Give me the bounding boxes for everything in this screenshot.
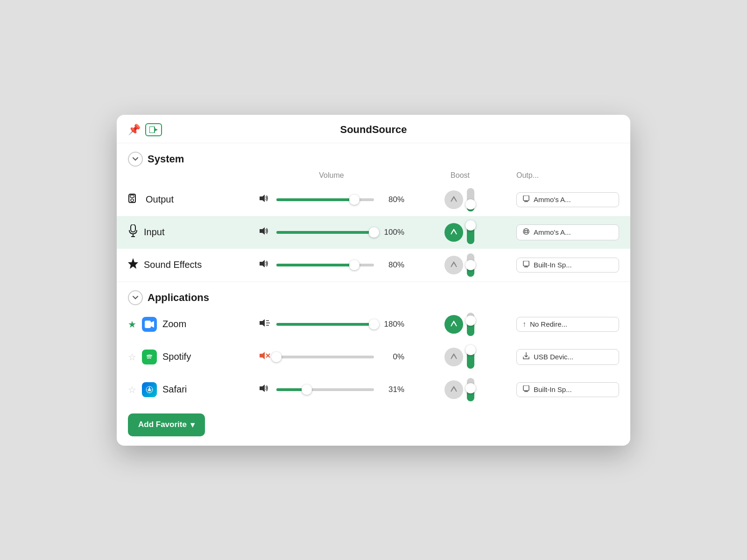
spotify-app-icon (142, 350, 157, 364)
zoom-slider-track[interactable] (276, 323, 374, 326)
system-collapse-btn[interactable] (128, 152, 143, 167)
soundfx-boost-control (404, 253, 479, 277)
spotify-volume-icon (259, 351, 272, 362)
soundfx-boost-btn[interactable] (444, 256, 463, 274)
safari-app-row: ☆ (117, 373, 630, 406)
safari-device-label[interactable]: Built-In Sp... (516, 382, 619, 397)
app-window: 📌 SoundSource System Volume Boost Outp..… (117, 115, 630, 446)
input-row-label: Input (128, 224, 259, 240)
spotify-star-btn[interactable]: ☆ (128, 351, 136, 363)
input-label-text: Input (144, 227, 164, 238)
col-volume-label: Volume (259, 171, 404, 180)
input-device-icon (522, 228, 530, 237)
input-slider-track[interactable] (276, 231, 374, 234)
video-icon-btn[interactable] (145, 123, 162, 136)
input-volume-pct: 100% (379, 228, 404, 237)
spotify-device-text: USB Devic... (534, 353, 573, 361)
zoom-boost-slider[interactable] (467, 313, 474, 336)
safari-volume-icon (259, 384, 272, 395)
output-boost-slider[interactable] (467, 188, 474, 211)
safari-device-icon (522, 385, 530, 394)
apps-section-title: Applications (148, 292, 209, 304)
input-boost-btn[interactable] (444, 223, 463, 242)
spotify-device-label[interactable]: USB Devic... (516, 349, 619, 365)
svg-point-3 (131, 199, 134, 202)
zoom-volume-pct: 180% (379, 320, 404, 329)
safari-volume-control: 31% (259, 384, 404, 395)
input-device-text: Ammo's A... (534, 228, 571, 236)
spotify-slider-track[interactable] (276, 356, 374, 358)
soundfx-device-icon (522, 261, 530, 269)
spotify-row-label: ☆ Spotify (128, 350, 259, 364)
safari-star-btn[interactable]: ☆ (128, 384, 136, 395)
safari-slider-track[interactable] (276, 388, 374, 391)
zoom-app-row: ★ Zoom (117, 308, 630, 341)
spotify-volume-control: 0% (259, 351, 404, 362)
svg-rect-21 (145, 321, 151, 328)
pin-icon: 📌 (128, 124, 141, 136)
output-device-icon (522, 196, 530, 204)
zoom-star-btn[interactable]: ★ (128, 319, 136, 330)
svg-marker-28 (260, 352, 265, 359)
safari-boost-btn[interactable] (444, 380, 463, 399)
main-content: System Volume Boost Outp... Output (117, 143, 630, 436)
safari-boost-slider[interactable] (467, 378, 474, 401)
output-device-text: Ammo's A... (534, 196, 571, 203)
spotify-app-row: ☆ Spotify (117, 341, 630, 373)
zoom-row-label: ★ Zoom (128, 317, 259, 332)
zoom-device-icon: ↑ (522, 320, 526, 329)
output-device-label[interactable]: Ammo's A... (516, 192, 619, 207)
apps-section-header: Applications (117, 282, 630, 308)
output-boost-control (404, 188, 479, 211)
title-bar: 📌 SoundSource (117, 115, 630, 143)
safari-row-label: ☆ (128, 382, 259, 397)
safari-device-text: Built-In Sp... (534, 385, 572, 393)
zoom-boost-control (404, 313, 479, 336)
system-section-title: System (148, 153, 184, 165)
soundfx-volume-control: 80% (259, 259, 404, 270)
input-device-label[interactable]: Ammo's A... (516, 224, 619, 240)
soundfx-device-label[interactable]: Built-In Sp... (516, 258, 619, 273)
col-blank (479, 171, 516, 180)
apps-collapse-btn[interactable] (128, 290, 143, 305)
input-volume-icon (259, 227, 272, 238)
col-output-label: Outp... (516, 171, 619, 180)
zoom-app-icon (142, 317, 157, 332)
soundfx-slider-track[interactable] (276, 264, 374, 266)
zoom-boost-btn[interactable] (444, 315, 463, 334)
system-section-header: System (117, 143, 630, 169)
system-soundfx-row: Sound Effects 80% (117, 249, 630, 281)
svg-marker-1 (155, 128, 158, 131)
add-favorite-label: Add Favorite (138, 420, 187, 429)
svg-marker-5 (260, 195, 265, 202)
zoom-device-text: No Redire... (530, 320, 567, 328)
output-volume-control: 80% (259, 194, 404, 205)
svg-point-27 (145, 353, 154, 361)
svg-rect-0 (149, 126, 155, 133)
svg-rect-8 (131, 224, 135, 232)
soundfx-device-text: Built-In Sp... (534, 261, 572, 269)
svg-marker-36 (260, 385, 265, 392)
spotify-boost-btn[interactable] (444, 348, 463, 366)
output-slider-track[interactable] (276, 198, 374, 201)
output-volume-pct: 80% (379, 195, 404, 204)
soundfx-boost-slider[interactable] (467, 253, 474, 277)
soundfx-label-text: Sound Effects (144, 259, 202, 270)
zoom-label-text: Zoom (162, 319, 186, 329)
zoom-device-label[interactable]: ↑ No Redire... (516, 317, 619, 332)
soundfx-row-label: Sound Effects (128, 258, 259, 272)
safari-app-icon (142, 382, 157, 397)
svg-marker-11 (260, 227, 265, 235)
add-favorite-btn[interactable]: Add Favorite ▾ (128, 413, 205, 436)
spotify-label-text: Spotify (162, 351, 191, 362)
output-icon (128, 192, 140, 207)
spotify-volume-pct: 0% (379, 352, 404, 362)
spotify-boost-slider[interactable] (467, 345, 474, 369)
title-bar-icons: 📌 (128, 123, 162, 136)
spotify-boost-control (404, 345, 479, 369)
input-volume-control: 100% (259, 227, 404, 238)
input-boost-slider[interactable] (467, 221, 474, 244)
output-boost-btn[interactable] (444, 190, 463, 209)
columns-header: Volume Boost Outp... (117, 169, 630, 183)
system-input-row: Input 100% (117, 216, 630, 249)
